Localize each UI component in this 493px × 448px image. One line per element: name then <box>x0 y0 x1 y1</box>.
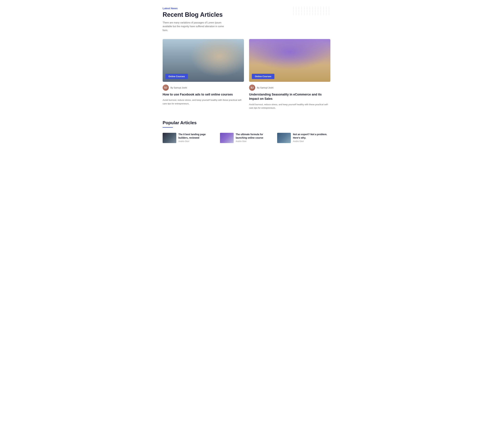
article-author-1: SJ By Samuyl Joshi <box>163 85 244 91</box>
popular-item-title-1[interactable]: The 8 best landing page builders, review… <box>178 133 216 140</box>
popular-info-2: The ultimate formula for launching onlin… <box>236 133 273 142</box>
article-excerpt-2: Avoid burnout, reduce stress, and keep y… <box>249 103 330 110</box>
article-image-1: Online Courses <box>163 39 244 82</box>
category-badge-2[interactable]: Online Courses <box>252 74 274 79</box>
article-image-2: Online Courses <box>249 39 330 82</box>
popular-info-3: Not an expert? Not a problem. Here's why… <box>293 133 330 142</box>
article-excerpt-1: Avoid burnout, reduce stress, and keep y… <box>163 98 244 106</box>
article-card-1[interactable]: Online Courses SJ By Samuyl Joshi How to… <box>163 39 244 110</box>
articles-grid: Online Courses SJ By Samuyl Joshi How to… <box>163 39 330 110</box>
popular-thumb-2 <box>220 133 234 143</box>
author-name-1: By Samuyl Joshi <box>170 87 187 89</box>
popular-section: Popular Articles The 8 best landing page… <box>163 120 330 143</box>
article-card-2[interactable]: Online Courses SJ By Samuyl Joshi Unders… <box>249 39 330 110</box>
popular-item-1[interactable]: The 8 best landing page builders, review… <box>163 133 216 143</box>
popular-articles-grid: The 8 best landing page builders, review… <box>163 133 330 143</box>
popular-thumb-1 <box>163 133 176 143</box>
popular-divider <box>163 127 173 128</box>
popular-info-1: The 8 best landing page builders, review… <box>178 133 216 142</box>
popular-item-author-1: Andrio Glori <box>178 140 216 142</box>
popular-item-author-3: Andrio Glori <box>293 140 330 142</box>
category-badge-1[interactable]: Online Courses <box>165 74 188 79</box>
popular-item-title-3[interactable]: Not an expert? Not a problem. Here's why… <box>293 133 330 140</box>
avatar-1: SJ <box>163 85 169 91</box>
author-name-2: By Samuyl Joshi <box>257 87 273 89</box>
popular-thumb-3 <box>277 133 291 143</box>
article-author-2: SJ By Samuyl Joshi <box>249 85 330 91</box>
page-subtitle: There are many variations of passages of… <box>163 21 224 32</box>
article-title-1[interactable]: How to use Facebook ads to sell online c… <box>163 92 244 97</box>
article-title-2[interactable]: Understanding Seasonality in eCommerce a… <box>249 92 330 101</box>
popular-item-title-2[interactable]: The ultimate formula for launching onlin… <box>236 133 273 140</box>
avatar-2: SJ <box>249 85 255 91</box>
popular-item-3[interactable]: Not an expert? Not a problem. Here's why… <box>277 133 330 143</box>
popular-item-author-2: Andrio Glori <box>236 140 273 142</box>
popular-item-2[interactable]: The ultimate formula for launching onlin… <box>220 133 273 143</box>
popular-section-title: Popular Articles <box>163 120 330 125</box>
page-header: Latest News Recent Blog Articles There a… <box>163 7 330 32</box>
dot-decoration <box>293 7 330 15</box>
